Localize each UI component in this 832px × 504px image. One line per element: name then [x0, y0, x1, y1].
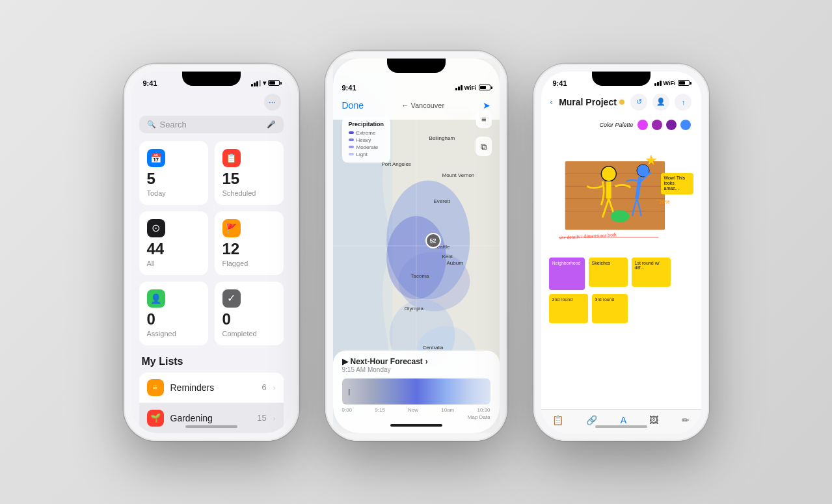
- extreme-color: [349, 131, 354, 134]
- maps-signal: [455, 85, 463, 90]
- reminders-list-icon: ≡: [147, 379, 164, 396]
- notes-title: Mural Project: [559, 97, 617, 107]
- phone-maps: Surrey Abbotsford Bellingham Port Angele…: [325, 51, 507, 441]
- completed-count: 0: [222, 310, 276, 328]
- city-centralia: Centralia: [423, 345, 444, 351]
- time-label-3: 10am: [441, 407, 454, 413]
- map-data-label: Map Data: [342, 414, 490, 420]
- maps-status-bar: 9:41 WiFi: [342, 78, 490, 98]
- notch-2: [387, 59, 446, 73]
- city-everett: Everett: [434, 198, 450, 204]
- toolbar-link-icon[interactable]: 🔗: [586, 415, 597, 425]
- home-indicator-2: [390, 424, 442, 427]
- timeline-labels: 9:00 9:15 Now 10am 10:30: [342, 407, 490, 413]
- back-button[interactable]: ‹: [550, 98, 553, 107]
- forecast-title: ▶ Next-Hour Forecast ›: [342, 357, 428, 366]
- navigation-icon[interactable]: ➤: [483, 100, 490, 111]
- map-header: Done ← Vancouver ➤: [342, 100, 490, 111]
- layers-icon[interactable]: ⧉: [481, 142, 487, 152]
- avatar-button[interactable]: 👤: [652, 94, 669, 111]
- smart-card-scheduled[interactable]: 📋 15 Scheduled: [215, 141, 284, 205]
- time-label-4: 10:30: [477, 407, 490, 413]
- precip-title: Precipitation: [349, 121, 384, 127]
- notes-title-area: Mural Project: [559, 97, 624, 107]
- history-button[interactable]: ↺: [630, 94, 647, 111]
- sketch-note: Wow! This looks amaz...: [661, 173, 693, 194]
- smart-card-all[interactable]: ⊙ 44 All: [139, 211, 208, 275]
- forecast-bar: ▶ Next-Hour Forecast › 9:15 AM Monday | …: [333, 351, 500, 433]
- play-icon[interactable]: ▶: [342, 357, 348, 366]
- scheduled-count: 15: [222, 170, 276, 188]
- precip-extreme: Extreme: [349, 130, 384, 136]
- city-bellingham: Bellingham: [429, 135, 455, 141]
- more-icon: ···: [269, 97, 276, 107]
- sticky-notes-area: Neighborhood Sketches 1st round w/ diff.…: [546, 255, 696, 326]
- flagged-icon: 🚩: [222, 219, 241, 237]
- list-view-icon[interactable]: ≡: [481, 114, 487, 124]
- toolbar-pencil-icon[interactable]: ✏: [682, 415, 690, 425]
- city-tacoma: Tacoma: [411, 273, 429, 279]
- map-action-icons: ➤: [483, 100, 490, 111]
- status-icons-1: ▾: [251, 79, 280, 86]
- all-icon: ⊙: [147, 219, 165, 237]
- color-palette-area: Color Palette: [546, 120, 696, 130]
- reminders-app: 9:41 ▾ ···: [131, 72, 291, 433]
- all-label: All: [147, 259, 200, 267]
- smart-lists-grid: 📅 5 Today 📋 15 Scheduled ⊙ 44 All: [131, 141, 291, 353]
- today-label: Today: [147, 189, 200, 197]
- assigned-icon: 👤: [147, 289, 165, 308]
- home-indicator-1: [185, 425, 237, 428]
- notes-battery: [678, 80, 690, 86]
- list-item-gardening[interactable]: 🌱 Gardening 15 ›: [139, 403, 284, 433]
- precip-moderate: Moderate: [349, 144, 384, 150]
- sketch-area: site details / dimensions both Wow! This…: [546, 134, 696, 251]
- toolbar-image-icon[interactable]: 🖼: [649, 415, 658, 425]
- heavy-color: [349, 139, 354, 141]
- moderate-label: Moderate: [356, 144, 379, 150]
- maps-status-time: 9:41: [342, 84, 356, 92]
- maps-status-icons: WiFi: [455, 85, 490, 91]
- status-time-1: 9:41: [143, 79, 157, 87]
- battery-fill-1: [269, 81, 276, 85]
- city-mount-vernon: Mount Vernon: [442, 172, 475, 178]
- flagged-count: 12: [222, 240, 276, 258]
- svg-text:site details / dimensions both: site details / dimensions both: [558, 232, 616, 241]
- sticky-sketches: Sketches: [589, 258, 628, 287]
- extreme-label: Extreme: [356, 130, 376, 136]
- sticky-2nd-round: 2nd round: [549, 294, 588, 323]
- completed-label: Completed: [222, 330, 276, 338]
- more-button[interactable]: ···: [264, 94, 281, 111]
- smart-card-assigned[interactable]: 👤 0 Assigned: [139, 282, 208, 345]
- toolbar-text-icon[interactable]: A: [621, 415, 626, 425]
- notes-screen-container: 9:41 WiFi ‹ Mural Project: [541, 72, 701, 433]
- sticky-1st-round: 1st round w/ diff...: [632, 258, 671, 287]
- scheduled-icon: 📋: [222, 149, 241, 167]
- sticky-3rd-round: 3rd round: [592, 294, 628, 323]
- reminders-list-name: Reminders: [170, 382, 256, 393]
- wifi-icon-1: ▾: [263, 79, 266, 86]
- phone-notes: 9:41 WiFi ‹ Mural Project: [533, 64, 709, 441]
- phone-reminders: 9:41 ▾ ···: [124, 64, 299, 441]
- home-indicator-3: [595, 425, 647, 428]
- share-button[interactable]: ↑: [675, 94, 691, 111]
- notes-status-icons: WiFi: [654, 80, 690, 86]
- toolbar-checklist-icon[interactable]: 📋: [552, 415, 563, 425]
- search-bar[interactable]: 🔍 Search 🎤: [139, 116, 284, 133]
- search-icon: 🔍: [147, 120, 156, 129]
- smart-card-completed[interactable]: ✓ 0 Completed: [215, 282, 284, 345]
- heavy-label: Heavy: [356, 137, 371, 143]
- signal-bars-1: [251, 80, 261, 86]
- smart-card-today[interactable]: 📅 5 Today: [139, 141, 208, 205]
- forecast-header: ▶ Next-Hour Forecast ›: [342, 357, 490, 366]
- bar4: [259, 80, 261, 86]
- forecast-timeline[interactable]: |: [342, 378, 490, 405]
- city-header: ← Vancouver: [401, 101, 444, 109]
- list-item-reminders[interactable]: ≡ Reminders 6 ›: [139, 373, 284, 403]
- scheduled-label: Scheduled: [222, 189, 276, 197]
- notch-1: [182, 72, 241, 86]
- done-button[interactable]: Done: [342, 100, 364, 111]
- precip-light: Light: [349, 152, 384, 157]
- notes-canvas[interactable]: Color Palette: [541, 114, 701, 424]
- maps-screen: Surrey Abbotsford Bellingham Port Angele…: [333, 59, 500, 433]
- smart-card-flagged[interactable]: 🚩 12 Flagged: [215, 211, 284, 275]
